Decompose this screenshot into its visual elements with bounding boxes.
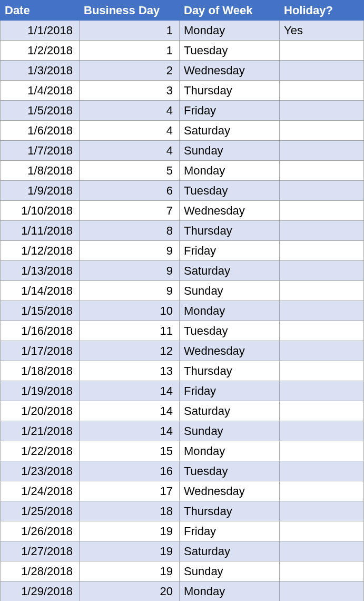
cell-date[interactable]: 1/11/2018 [1, 221, 80, 241]
cell-holiday[interactable] [280, 121, 364, 141]
cell-holiday[interactable] [280, 441, 364, 461]
cell-holiday[interactable] [280, 41, 364, 61]
cell-date[interactable]: 1/9/2018 [1, 181, 80, 201]
cell-holiday[interactable] [280, 61, 364, 81]
cell-business-day[interactable]: 13 [80, 361, 180, 381]
cell-business-day[interactable]: 14 [80, 421, 180, 441]
cell-day-of-week[interactable]: Sunday [180, 561, 280, 581]
cell-holiday[interactable] [280, 561, 364, 581]
cell-business-day[interactable]: 8 [80, 221, 180, 241]
cell-date[interactable]: 1/29/2018 [1, 581, 80, 602]
cell-holiday[interactable] [280, 101, 364, 121]
cell-day-of-week[interactable]: Friday [180, 381, 280, 401]
cell-day-of-week[interactable]: Thursday [180, 81, 280, 101]
cell-date[interactable]: 1/24/2018 [1, 481, 80, 501]
cell-date[interactable]: 1/23/2018 [1, 461, 80, 481]
cell-day-of-week[interactable]: Friday [180, 241, 280, 261]
cell-date[interactable]: 1/5/2018 [1, 101, 80, 121]
cell-date[interactable]: 1/12/2018 [1, 241, 80, 261]
cell-holiday[interactable] [280, 181, 364, 201]
cell-date[interactable]: 1/13/2018 [1, 261, 80, 281]
cell-business-day[interactable]: 4 [80, 101, 180, 121]
cell-date[interactable]: 1/19/2018 [1, 381, 80, 401]
cell-holiday[interactable] [280, 361, 364, 381]
cell-date[interactable]: 1/18/2018 [1, 361, 80, 381]
cell-holiday[interactable] [280, 581, 364, 602]
cell-business-day[interactable]: 17 [80, 481, 180, 501]
cell-business-day[interactable]: 12 [80, 341, 180, 361]
cell-business-day[interactable]: 9 [80, 241, 180, 261]
cell-business-day[interactable]: 19 [80, 561, 180, 581]
cell-day-of-week[interactable]: Friday [180, 521, 280, 541]
cell-business-day[interactable]: 18 [80, 501, 180, 521]
cell-business-day[interactable]: 7 [80, 201, 180, 221]
cell-holiday[interactable] [280, 341, 364, 361]
cell-day-of-week[interactable]: Friday [180, 101, 280, 121]
cell-date[interactable]: 1/3/2018 [1, 61, 80, 81]
cell-day-of-week[interactable]: Tuesday [180, 321, 280, 341]
cell-day-of-week[interactable]: Sunday [180, 421, 280, 441]
cell-business-day[interactable]: 9 [80, 281, 180, 301]
cell-holiday[interactable] [280, 141, 364, 161]
cell-date[interactable]: 1/2/2018 [1, 41, 80, 61]
cell-business-day[interactable]: 20 [80, 581, 180, 602]
cell-business-day[interactable]: 9 [80, 261, 180, 281]
cell-day-of-week[interactable]: Saturday [180, 401, 280, 421]
cell-business-day[interactable]: 15 [80, 441, 180, 461]
cell-holiday[interactable] [280, 201, 364, 221]
cell-business-day[interactable]: 3 [80, 81, 180, 101]
cell-holiday[interactable] [280, 461, 364, 481]
cell-holiday[interactable] [280, 381, 364, 401]
cell-day-of-week[interactable]: Tuesday [180, 461, 280, 481]
cell-holiday[interactable]: Yes [280, 21, 364, 41]
cell-business-day[interactable]: 19 [80, 541, 180, 561]
cell-holiday[interactable] [280, 321, 364, 341]
cell-day-of-week[interactable]: Tuesday [180, 181, 280, 201]
cell-day-of-week[interactable]: Wednesday [180, 61, 280, 81]
cell-day-of-week[interactable]: Wednesday [180, 341, 280, 361]
cell-holiday[interactable] [280, 421, 364, 441]
cell-date[interactable]: 1/21/2018 [1, 421, 80, 441]
cell-business-day[interactable]: 1 [80, 21, 180, 41]
cell-holiday[interactable] [280, 501, 364, 521]
cell-day-of-week[interactable]: Saturday [180, 121, 280, 141]
cell-holiday[interactable] [280, 401, 364, 421]
cell-holiday[interactable] [280, 161, 364, 181]
cell-day-of-week[interactable]: Thursday [180, 501, 280, 521]
cell-day-of-week[interactable]: Monday [180, 581, 280, 602]
cell-holiday[interactable] [280, 81, 364, 101]
cell-day-of-week[interactable]: Sunday [180, 141, 280, 161]
cell-date[interactable]: 1/17/2018 [1, 341, 80, 361]
cell-day-of-week[interactable]: Monday [180, 161, 280, 181]
cell-date[interactable]: 1/10/2018 [1, 201, 80, 221]
cell-holiday[interactable] [280, 281, 364, 301]
cell-business-day[interactable]: 11 [80, 321, 180, 341]
cell-date[interactable]: 1/25/2018 [1, 501, 80, 521]
cell-date[interactable]: 1/16/2018 [1, 321, 80, 341]
cell-day-of-week[interactable]: Thursday [180, 361, 280, 381]
cell-business-day[interactable]: 4 [80, 121, 180, 141]
cell-date[interactable]: 1/27/2018 [1, 541, 80, 561]
cell-date[interactable]: 1/26/2018 [1, 521, 80, 541]
cell-holiday[interactable] [280, 221, 364, 241]
cell-business-day[interactable]: 10 [80, 301, 180, 321]
cell-business-day[interactable]: 4 [80, 141, 180, 161]
cell-day-of-week[interactable]: Monday [180, 441, 280, 461]
cell-business-day[interactable]: 6 [80, 181, 180, 201]
cell-date[interactable]: 1/1/2018 [1, 21, 80, 41]
cell-date[interactable]: 1/6/2018 [1, 121, 80, 141]
cell-business-day[interactable]: 2 [80, 61, 180, 81]
cell-date[interactable]: 1/22/2018 [1, 441, 80, 461]
cell-business-day[interactable]: 16 [80, 461, 180, 481]
cell-date[interactable]: 1/15/2018 [1, 301, 80, 321]
cell-day-of-week[interactable]: Saturday [180, 541, 280, 561]
cell-business-day[interactable]: 5 [80, 161, 180, 181]
cell-day-of-week[interactable]: Thursday [180, 221, 280, 241]
cell-date[interactable]: 1/20/2018 [1, 401, 80, 421]
cell-holiday[interactable] [280, 541, 364, 561]
cell-business-day[interactable]: 19 [80, 521, 180, 541]
cell-holiday[interactable] [280, 481, 364, 501]
cell-holiday[interactable] [280, 301, 364, 321]
cell-day-of-week[interactable]: Monday [180, 21, 280, 41]
cell-date[interactable]: 1/4/2018 [1, 81, 80, 101]
